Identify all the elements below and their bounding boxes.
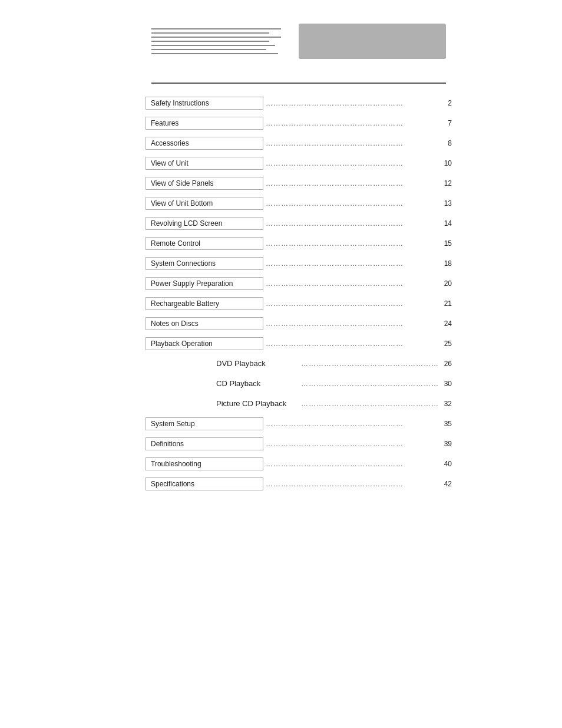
header-line-3	[151, 37, 281, 38]
toc-label[interactable]: Revolving LCD Screen	[146, 217, 263, 230]
toc-dots: ………………………………………………	[263, 239, 438, 248]
toc-container: Safety Instructions ……………………………………………… 2…	[146, 95, 452, 492]
header-line-7	[151, 53, 278, 54]
toc-label[interactable]: System Setup	[146, 417, 263, 430]
toc-dots: ………………………………………………	[263, 219, 438, 228]
toc-label[interactable]: Playback Operation	[146, 337, 263, 350]
toc-label[interactable]: View of Unit	[146, 157, 263, 170]
toc-page: 40	[438, 460, 452, 468]
toc-row: Specifications ……………………………………………… 42	[146, 476, 452, 492]
header-area	[151, 24, 446, 65]
toc-dots: ………………………………………………	[263, 159, 438, 167]
toc-label[interactable]: Notes on Discs	[146, 317, 263, 330]
toc-dots: ………………………………………………	[263, 319, 438, 328]
toc-page: 21	[438, 299, 452, 308]
toc-page: 26	[438, 360, 452, 368]
toc-page: 20	[438, 279, 452, 288]
header-line-1	[151, 28, 281, 29]
toc-page: 32	[438, 400, 452, 408]
header-lines	[151, 28, 293, 54]
toc-dots: ………………………………………………	[263, 299, 438, 308]
toc-label[interactable]: Power Supply Preparation	[146, 277, 263, 290]
toc-row: Definitions ……………………………………………… 39	[146, 436, 452, 452]
toc-row: Playback Operation ……………………………………………… 25	[146, 336, 452, 351]
toc-dots: ………………………………………………	[263, 99, 438, 107]
toc-dots: ………………………………………………	[263, 139, 438, 147]
toc-row-cd: CD Playback ……………………………………………… 30	[146, 376, 452, 391]
toc-page: 39	[438, 440, 452, 448]
toc-page: 8	[438, 139, 452, 147]
toc-page: 12	[438, 179, 452, 187]
toc-label[interactable]: System Connections	[146, 257, 263, 270]
toc-plain-label[interactable]: DVD Playback	[216, 359, 299, 368]
toc-dots: ………………………………………………	[299, 360, 438, 368]
toc-row: View of Side Panels ……………………………………………… 1…	[146, 176, 452, 191]
toc-row: Notes on Discs ……………………………………………… 24	[146, 316, 452, 331]
toc-plain-label[interactable]: Picture CD Playback	[216, 399, 299, 408]
toc-row: Accessories ……………………………………………… 8	[146, 136, 452, 151]
toc-page: 30	[438, 380, 452, 388]
toc-page: 15	[438, 239, 452, 248]
toc-label[interactable]: Definitions	[146, 437, 263, 450]
toc-row: Remote Control ……………………………………………… 15	[146, 236, 452, 251]
toc-label[interactable]: Remote Control	[146, 237, 263, 250]
header-gray-box	[299, 24, 446, 59]
toc-page: 14	[438, 219, 452, 228]
toc-label[interactable]: Rechargeable Battery	[146, 297, 263, 310]
toc-row: Troubleshooting ……………………………………………… 40	[146, 456, 452, 472]
toc-dots: ………………………………………………	[263, 179, 438, 187]
header-bottom-line	[151, 83, 446, 84]
toc-row: System Connections ……………………………………………… 18	[146, 256, 452, 271]
toc-dots: ………………………………………………	[299, 380, 438, 388]
toc-dots: ………………………………………………	[263, 460, 438, 468]
toc-row: View of Unit ……………………………………………… 10	[146, 156, 452, 171]
toc-dots: ………………………………………………	[263, 340, 438, 348]
toc-dots: ………………………………………………	[263, 480, 438, 488]
toc-page: 42	[438, 480, 452, 488]
toc-label[interactable]: View of Side Panels	[146, 177, 263, 190]
toc-label[interactable]: Accessories	[146, 137, 263, 150]
toc-label[interactable]: Troubleshooting	[146, 457, 263, 470]
toc-dots: ………………………………………………	[263, 199, 438, 207]
toc-row: Revolving LCD Screen ……………………………………………… …	[146, 216, 452, 231]
toc-row: Safety Instructions ……………………………………………… 2	[146, 95, 452, 111]
toc-label[interactable]: Safety Instructions	[146, 97, 263, 110]
toc-row: View of Unit Bottom ……………………………………………… 1…	[146, 196, 452, 211]
toc-dots: ………………………………………………	[299, 400, 438, 408]
toc-page: 13	[438, 199, 452, 207]
toc-dots: ………………………………………………	[263, 420, 438, 428]
toc-row-picture-cd: Picture CD Playback ……………………………………………… 3…	[146, 396, 452, 411]
toc-row: Power Supply Preparation …………………………………………	[146, 276, 452, 291]
toc-page: 18	[438, 259, 452, 268]
header-line-5	[151, 45, 275, 46]
toc-page: 24	[438, 319, 452, 328]
toc-page: 7	[438, 119, 452, 127]
toc-label[interactable]: View of Unit Bottom	[146, 197, 263, 210]
toc-label[interactable]: Specifications	[146, 477, 263, 490]
toc-row-dvd: DVD Playback ……………………………………………… 26	[146, 356, 452, 371]
toc-page: 35	[438, 420, 452, 428]
toc-dots: ………………………………………………	[263, 119, 438, 127]
toc-page: 25	[438, 340, 452, 348]
toc-row: Rechargeable Battery ……………………………………………… …	[146, 296, 452, 311]
toc-page: 2	[438, 99, 452, 107]
header-line-2	[151, 32, 269, 34]
toc-dots: ………………………………………………	[263, 259, 438, 268]
toc-dots: ………………………………………………	[263, 440, 438, 448]
toc-plain-label[interactable]: CD Playback	[216, 379, 299, 388]
toc-row: System Setup ……………………………………………… 35	[146, 416, 452, 431]
toc-label[interactable]: Features	[146, 117, 263, 130]
header-line-4	[151, 41, 269, 42]
page-wrapper: Safety Instructions ……………………………………………… 2…	[0, 0, 562, 728]
toc-page: 10	[438, 159, 452, 167]
toc-row: Features ……………………………………………… 7	[146, 116, 452, 131]
header-line-6	[151, 49, 266, 50]
toc-dots: ………………………………………………	[263, 279, 438, 288]
